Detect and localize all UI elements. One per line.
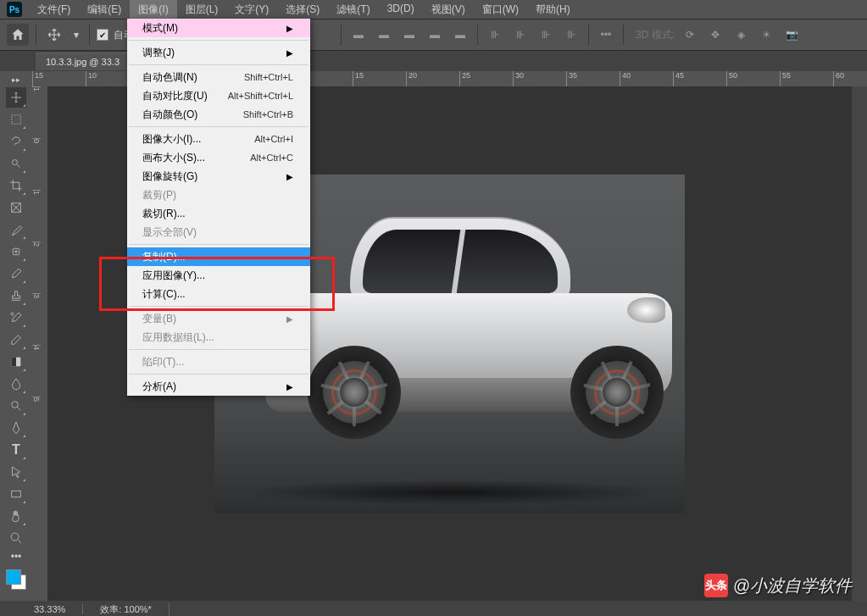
edit-toolbar-icon[interactable]: ••• <box>6 550 26 563</box>
hand-tool[interactable] <box>6 506 26 526</box>
stamp-tool[interactable] <box>6 286 26 306</box>
menu-item-自动颜色O[interactable]: 自动颜色(O)Shift+Ctrl+B <box>127 105 310 124</box>
menu-bar: Ps 文件(F)编辑(E)图像(I)图层(L)文字(Y)选择(S)滤镜(T)3D… <box>0 0 867 19</box>
rectangle-tool[interactable] <box>6 484 26 504</box>
menu-item-图像大小I[interactable]: 图像大小(I)...Alt+Ctrl+I <box>127 130 310 148</box>
menu-文件[interactable]: 文件(F) <box>29 0 79 19</box>
menu-图层[interactable]: 图层(L) <box>177 0 227 19</box>
watermark: 头条 @小波自学软件 <box>704 574 852 597</box>
menu-item-自动对比度U[interactable]: 自动对比度(U)Alt+Shift+Ctrl+L <box>127 86 310 105</box>
menu-item-显示全部V: 显示全部(V) <box>127 223 310 241</box>
image-menu-dropdown: 模式(M)▶调整(J)▶自动色调(N)Shift+Ctrl+L自动对比度(U)A… <box>127 19 310 396</box>
menu-item-调整J[interactable]: 调整(J)▶ <box>127 43 310 62</box>
dodge-tool[interactable] <box>6 396 26 416</box>
ruler-vertical[interactable]: 1012345 <box>32 86 48 616</box>
menu-item-自动色调N[interactable]: 自动色调(N)Shift+Ctrl+L <box>127 68 310 86</box>
healing-tool[interactable] <box>6 241 26 262</box>
auto-select-checkbox[interactable]: ✔ <box>97 29 108 41</box>
dropdown-icon[interactable]: ▾ <box>70 24 82 46</box>
fg-color-swatch[interactable] <box>6 569 21 585</box>
menu-item-画布大小S[interactable]: 画布大小(S)...Alt+Ctrl+C <box>127 148 310 167</box>
menu-3D[interactable]: 3D(D) <box>379 0 423 19</box>
marquee-tool[interactable] <box>6 109 26 130</box>
svg-point-1 <box>13 160 18 165</box>
menu-item-应用数据组L: 应用数据组(L)... <box>127 328 310 347</box>
3d-pan-icon[interactable]: ✥ <box>705 25 725 44</box>
watermark-logo: 头条 <box>704 574 728 597</box>
zoom-tool[interactable] <box>6 528 26 548</box>
menu-item-应用图像Y[interactable]: 应用图像(Y)... <box>127 266 310 285</box>
blur-tool[interactable] <box>6 374 26 394</box>
zoom-level[interactable]: 33.33% <box>34 604 83 614</box>
align-right-icon[interactable]: ▬ <box>399 25 420 44</box>
toolbox: ▸▸ T ••• <box>0 71 33 601</box>
menu-视图[interactable]: 视图(V) <box>423 0 474 19</box>
menu-item-变量B: 变量(B)▶ <box>127 309 310 328</box>
home-icon[interactable] <box>7 24 29 46</box>
lasso-tool[interactable] <box>6 131 26 152</box>
type-tool[interactable]: T <box>6 440 26 460</box>
color-swatches[interactable] <box>6 569 26 590</box>
status-bar: 33.33% 效率: 100%* <box>0 601 867 616</box>
svg-rect-6 <box>12 358 16 367</box>
menu-文字[interactable]: 文字(Y) <box>226 0 277 19</box>
menu-item-裁剪P: 裁剪(P) <box>127 186 310 204</box>
menu-滤镜[interactable]: 滤镜(T) <box>328 0 378 19</box>
scrollbar-vertical[interactable] <box>852 86 867 601</box>
svg-rect-8 <box>12 491 21 497</box>
3d-camera-icon[interactable]: 📷 <box>781 25 802 44</box>
brush-tool[interactable] <box>6 264 26 284</box>
gradient-tool[interactable] <box>6 352 26 372</box>
align-middle-icon[interactable]: ▬ <box>450 25 470 44</box>
menu-窗口[interactable]: 窗口(W) <box>474 0 527 19</box>
svg-point-9 <box>11 533 19 541</box>
menu-帮助[interactable]: 帮助(H) <box>527 0 579 19</box>
distribute-icon2[interactable]: ⊪ <box>561 25 581 44</box>
move-tool[interactable] <box>6 87 26 108</box>
3d-orbit-icon[interactable]: ⟳ <box>680 25 700 44</box>
distribute-v-icon[interactable]: ⊪ <box>510 25 531 44</box>
frame-tool[interactable] <box>6 197 26 218</box>
menu-选择[interactable]: 选择(S) <box>277 0 328 19</box>
eraser-tool[interactable] <box>6 330 26 350</box>
menu-item-复制D[interactable]: 复制(D)... <box>127 247 310 266</box>
move-tool-icon[interactable] <box>43 24 65 46</box>
distribute-icon[interactable]: ⊪ <box>536 25 556 44</box>
align-top-icon[interactable]: ▬ <box>425 25 445 44</box>
path-select-tool[interactable] <box>6 462 26 482</box>
document-tab[interactable]: 10.3.3.jpg @ 33.3 <box>36 53 130 70</box>
align-center-icon[interactable]: ▬ <box>374 25 394 44</box>
menu-item-陷印T: 陷印(T)... <box>127 352 310 371</box>
menu-item-计算C[interactable]: 计算(C)... <box>127 285 310 303</box>
efficiency-label[interactable]: 效率: 100%* <box>100 603 170 616</box>
more-icon[interactable]: ••• <box>596 25 616 44</box>
collapse-icon[interactable]: ▸▸ <box>6 74 26 86</box>
menu-item-分析A[interactable]: 分析(A)▶ <box>127 377 310 396</box>
crop-tool[interactable] <box>6 175 26 196</box>
svg-rect-0 <box>12 115 21 125</box>
svg-point-7 <box>12 402 19 408</box>
distribute-h-icon[interactable]: ⊪ <box>485 25 505 44</box>
svg-point-4 <box>11 313 14 315</box>
app-logo: Ps <box>7 2 22 17</box>
menu-item-图像旋转G[interactable]: 图像旋转(G)▶ <box>127 167 310 186</box>
3d-zoom-icon[interactable]: ◈ <box>731 25 751 44</box>
menu-编辑[interactable]: 编辑(E) <box>79 0 130 19</box>
eyedropper-tool[interactable] <box>6 219 26 240</box>
mode-3d-label: 3D 模式: <box>636 28 675 42</box>
menu-图像[interactable]: 图像(I) <box>130 0 176 19</box>
history-brush-tool[interactable] <box>6 308 26 328</box>
menu-item-裁切R[interactable]: 裁切(R)... <box>127 204 310 223</box>
quick-select-tool[interactable] <box>6 153 26 174</box>
align-left-icon[interactable]: ▬ <box>348 25 369 44</box>
menu-item-模式M[interactable]: 模式(M)▶ <box>127 19 310 37</box>
3d-light-icon[interactable]: ☀ <box>756 25 776 44</box>
pen-tool[interactable] <box>6 418 26 438</box>
watermark-text: @小波自学软件 <box>733 574 852 597</box>
